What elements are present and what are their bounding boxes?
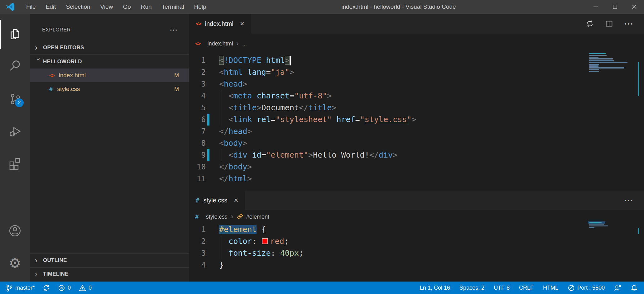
file-index.html[interactable]: <>index.htmlM — [30, 69, 189, 82]
close-icon[interactable]: × — [240, 19, 244, 28]
file-label: index.html — [59, 72, 86, 79]
code-editor-css[interactable]: 1#element {2 color: red;3 font-size: 40p… — [189, 224, 644, 271]
close-icon[interactable]: × — [234, 196, 238, 205]
menu-file[interactable]: File — [21, 0, 41, 14]
token: title — [233, 103, 257, 112]
tab-bar: # style.css × ⋯ — [189, 191, 644, 210]
breadcrumb[interactable]: # style.css › #element — [189, 210, 644, 224]
menu-selection[interactable]: Selection — [61, 0, 95, 14]
menu-edit[interactable]: Edit — [41, 0, 61, 14]
open-changes-icon[interactable] — [585, 19, 594, 28]
html-file-icon: <> — [196, 21, 201, 27]
color-swatch[interactable] — [262, 238, 268, 244]
code-line[interactable]: 4} — [189, 259, 644, 271]
menu-go[interactable]: Go — [118, 0, 136, 14]
code-line[interactable]: 7</head> — [189, 126, 644, 137]
menu-run[interactable]: Run — [136, 0, 157, 14]
modified-gutter-marker — [207, 149, 209, 161]
status-language-mode[interactable]: HTML — [543, 282, 558, 294]
code-line[interactable]: 10</body> — [189, 161, 644, 173]
split-editor-icon[interactable] — [605, 19, 613, 28]
code-line[interactable]: 8<body> — [189, 137, 644, 149]
section-label: TIMELINE — [43, 271, 69, 277]
minimize-button[interactable] — [586, 0, 605, 14]
code-text: <!DOCTYPE html> — [211, 55, 291, 66]
code-line[interactable]: 4 <meta charset="utf-8"> — [189, 90, 644, 102]
minimap-line — [589, 57, 598, 58]
sidebar-item-search[interactable] — [7, 58, 22, 73]
token: head — [228, 127, 247, 136]
breadcrumb-file[interactable]: index.html — [207, 40, 233, 47]
breadcrumb-suffix[interactable]: ... — [242, 40, 247, 47]
token: html — [228, 174, 247, 183]
settings-button[interactable]: ⚙ — [7, 256, 22, 271]
status-git-branch[interactable]: master* — [6, 282, 35, 294]
indent-guide — [222, 149, 222, 161]
gutter — [206, 247, 211, 259]
section-timeline[interactable]: › TIMELINE — [30, 267, 189, 281]
code-text: <title>Document</title> — [211, 102, 336, 114]
editor-group-html: <> index.html × ⋯ <> index.html › ... — [189, 14, 644, 191]
breadcrumb-symbol[interactable]: #element — [246, 214, 269, 220]
circle-slash-icon — [568, 284, 575, 292]
code-line[interactable]: 1#element { — [189, 224, 644, 235]
minimap-line — [589, 222, 602, 223]
section-folder-helloworld[interactable]: › HELLOWORLD — [30, 55, 189, 69]
editor-group-css: # style.css × ⋯ # style.css › #element 1… — [189, 191, 644, 282]
maximize-button[interactable] — [605, 0, 625, 14]
token: > — [308, 150, 313, 159]
status-live-server-port[interactable]: Port : 5500 — [568, 282, 605, 294]
status-errors[interactable]: 0 — [58, 282, 71, 294]
code-line[interactable]: 2 color: red; — [189, 235, 644, 247]
code-editor-html[interactable]: 1<!DOCTYPE html>2<html lang="ja">3<head>… — [189, 55, 644, 185]
status-eol[interactable]: CRLF — [519, 282, 534, 294]
menu-terminal[interactable]: Terminal — [157, 0, 189, 14]
minimap-line — [589, 69, 599, 70]
minimap[interactable] — [589, 222, 636, 229]
accounts-button[interactable] — [7, 223, 22, 238]
minimap[interactable] — [589, 53, 636, 73]
section-outline[interactable]: › OUTLINE — [30, 254, 189, 267]
breadcrumb-file[interactable]: style.css — [206, 214, 227, 220]
code-line[interactable]: 3<head> — [189, 78, 644, 90]
code-line[interactable]: 9 <div id="element">Hello World!</div> — [189, 149, 644, 161]
tab-bar: <> index.html × ⋯ — [189, 14, 644, 34]
status-notifications[interactable] — [631, 282, 638, 294]
sidebar-item-run-debug[interactable] — [7, 124, 22, 139]
tab-style-css[interactable]: # style.css × — [189, 191, 245, 210]
explorer-more-actions-button[interactable]: ⋯ — [170, 22, 178, 38]
status-label: Port : 5500 — [577, 285, 605, 291]
menu-help[interactable]: Help — [189, 0, 211, 14]
section-open-editors[interactable]: › OPEN EDITORS — [30, 41, 189, 55]
code-line[interactable]: 2<html lang="ja"> — [189, 66, 644, 78]
status-sync[interactable] — [43, 282, 50, 294]
html-file-icon: <> — [49, 72, 54, 78]
code-text: <head> — [211, 78, 247, 90]
css-file-icon: # — [196, 197, 199, 204]
git-modified-badge: M — [174, 86, 179, 92]
breadcrumb[interactable]: <> index.html › ... — [189, 37, 644, 50]
code-line[interactable]: 1<!DOCTYPE html> — [189, 55, 644, 66]
token: = — [271, 115, 276, 124]
sidebar-title: EXPLORER — [30, 22, 189, 38]
menu-view[interactable]: View — [95, 0, 118, 14]
tab-index-html[interactable]: <> index.html × — [189, 14, 251, 34]
code-line[interactable]: 3 font-size: 40px; — [189, 247, 644, 259]
sidebar-item-explorer[interactable] — [7, 27, 22, 42]
code-line[interactable]: 5 <title>Document</title> — [189, 102, 644, 114]
status-encoding[interactable]: UTF-8 — [494, 282, 510, 294]
status-warnings[interactable]: 0 — [79, 282, 92, 294]
close-button[interactable] — [625, 0, 644, 14]
status-indentation[interactable]: Spaces: 2 — [459, 282, 484, 294]
file-style.css[interactable]: #style.cssM — [30, 82, 189, 96]
line-number: 3 — [189, 78, 206, 90]
code-line[interactable]: 6 <link rel="stylesheet" href="style.css… — [189, 114, 644, 126]
token: meta — [233, 91, 252, 100]
status-cursor-position[interactable]: Ln 1, Col 16 — [420, 282, 450, 294]
chevron-down-icon: › — [34, 58, 43, 66]
maximize-icon — [612, 3, 618, 10]
minimap-line — [589, 67, 624, 68]
code-line[interactable]: 11</html> — [189, 173, 644, 185]
sidebar-item-extensions[interactable] — [7, 156, 22, 171]
status-feedback[interactable] — [614, 282, 621, 294]
